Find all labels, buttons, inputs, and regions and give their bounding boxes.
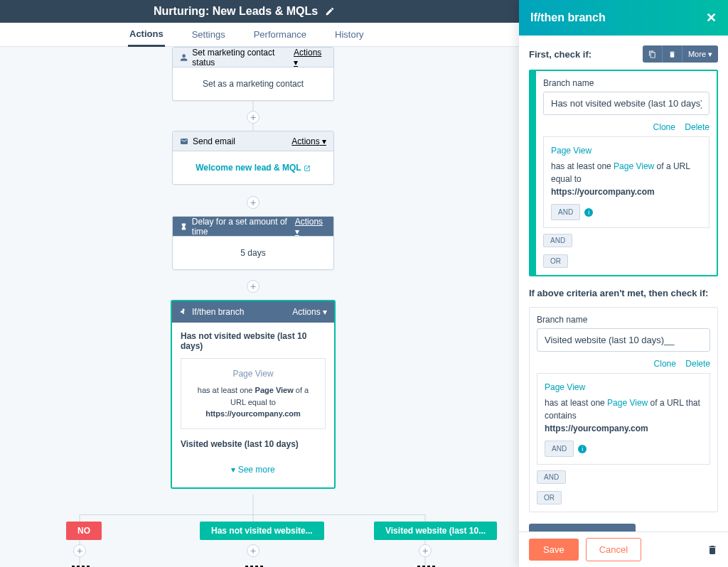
external-link-icon bbox=[304, 165, 311, 172]
tab-performance[interactable]: Performance bbox=[252, 23, 308, 45]
node-actions-menu[interactable]: Actions ▾ bbox=[294, 48, 326, 68]
info-icon[interactable]: i bbox=[584, 208, 593, 217]
node-actions-menu[interactable]: Actions ▾ bbox=[291, 136, 326, 146]
node-delay[interactable]: Delay for a set amount of time Actions ▾… bbox=[172, 216, 334, 270]
node-actions-menu[interactable]: Actions ▾ bbox=[292, 307, 327, 317]
hourglass-icon bbox=[180, 222, 188, 231]
node-if-then-branch[interactable]: If/then branch Actions ▾ Has not visited… bbox=[171, 300, 336, 489]
email-icon bbox=[180, 137, 188, 146]
tab-settings[interactable]: Settings bbox=[191, 23, 227, 45]
or-chip[interactable]: OR bbox=[537, 491, 562, 504]
and-chip[interactable]: AND bbox=[545, 441, 574, 457]
tab-history[interactable]: History bbox=[333, 23, 365, 45]
see-more-link[interactable]: ▾ See more bbox=[181, 456, 326, 479]
panel-title: If/then branch bbox=[530, 11, 606, 24]
add-step-button[interactable]: + bbox=[73, 544, 86, 557]
clone-link[interactable]: Clone bbox=[654, 359, 676, 369]
node-title: If/then branch bbox=[179, 307, 244, 317]
branch-1-box: Branch name Clone Delete Page View has a… bbox=[529, 70, 718, 276]
branch-chip-visited[interactable]: Visited website (last 10... bbox=[374, 522, 497, 540]
cancel-button[interactable]: Cancel bbox=[586, 538, 641, 561]
add-step-button[interactable]: + bbox=[419, 544, 432, 557]
edit-icon[interactable] bbox=[325, 6, 335, 16]
branch-1-links: Clone Delete bbox=[543, 122, 710, 132]
add-another-branch-button[interactable]: Add another branch bbox=[529, 524, 636, 531]
add-step-button[interactable]: + bbox=[247, 196, 259, 209]
copy-icon bbox=[648, 50, 656, 58]
node-send-email[interactable]: Send email Actions ▾ Welcome new lead & … bbox=[172, 131, 334, 185]
workflow-canvas[interactable]: Set marketing contact status Actions ▾ S… bbox=[0, 47, 519, 567]
node-body: 5 days bbox=[173, 237, 333, 269]
branch-2-name-input[interactable] bbox=[537, 328, 710, 352]
trash-icon bbox=[668, 50, 676, 58]
workflow-title: Nurturing: New Leads & MQLs bbox=[154, 5, 318, 18]
branch-name-label: Branch name bbox=[543, 78, 710, 88]
branch-icon bbox=[179, 308, 188, 316]
node-title: Delay for a set amount of time bbox=[180, 217, 295, 237]
panel-footer: Save Cancel bbox=[519, 531, 728, 567]
delete-link[interactable]: Delete bbox=[685, 359, 710, 369]
page-view-heading: Page View bbox=[545, 381, 702, 394]
and-chip[interactable]: AND bbox=[551, 204, 580, 220]
branch-2-links: Clone Delete bbox=[537, 359, 710, 369]
second-check-label: If above criteria aren't met, then check… bbox=[529, 288, 718, 298]
branch-name-label: Branch name bbox=[537, 315, 710, 325]
delete-link[interactable]: Delete bbox=[685, 122, 710, 132]
first-check-label: First, check if: bbox=[529, 49, 592, 60]
criteria-box-1[interactable]: Page View has at least one Page View of … bbox=[543, 136, 710, 228]
branch-2-title: Visited website (last 10 days) bbox=[181, 439, 326, 449]
node-body: Set as a marketing contact bbox=[173, 68, 333, 100]
connector bbox=[253, 495, 254, 523]
clone-link[interactable]: Clone bbox=[653, 122, 675, 132]
add-step-button[interactable]: + bbox=[247, 111, 259, 124]
branch-1-title: Has not visited website (last 10 days) bbox=[181, 331, 326, 351]
close-icon[interactable]: ✕ bbox=[706, 10, 717, 26]
and-chip[interactable]: AND bbox=[537, 470, 566, 484]
branch-chip-not-visited[interactable]: Has not visited website... bbox=[200, 522, 324, 540]
node-title: Send email bbox=[180, 136, 235, 146]
if-then-panel: If/then branch ✕ First, check if: More ▾… bbox=[519, 0, 728, 567]
node-set-marketing-status[interactable]: Set marketing contact status Actions ▾ S… bbox=[172, 47, 334, 101]
tab-actions[interactable]: Actions bbox=[128, 23, 165, 47]
panel-body[interactable]: First, check if: More ▾ Branch name Clon… bbox=[519, 36, 728, 531]
info-icon[interactable]: i bbox=[578, 445, 587, 453]
delete-button[interactable] bbox=[663, 45, 682, 63]
criteria-box: Page View has at least one Page View of … bbox=[181, 358, 326, 429]
copy-button[interactable] bbox=[643, 45, 663, 63]
node-actions-menu[interactable]: Actions ▾ bbox=[295, 217, 326, 237]
criteria-box-2[interactable]: Page View has at least one Page View of … bbox=[537, 373, 710, 465]
page-view-heading: Page View bbox=[551, 144, 702, 157]
panel-toolbar: More ▾ bbox=[643, 45, 718, 63]
more-button[interactable]: More ▾ bbox=[682, 45, 718, 63]
branch-1-name-input[interactable] bbox=[543, 92, 710, 115]
add-step-button[interactable]: + bbox=[247, 544, 259, 557]
panel-header: If/then branch ✕ bbox=[519, 0, 728, 36]
branch-2-box: Branch name Clone Delete Page View has a… bbox=[529, 307, 718, 512]
connector-h bbox=[80, 514, 425, 515]
and-chip[interactable]: AND bbox=[543, 234, 572, 247]
add-step-button[interactable]: + bbox=[247, 280, 259, 293]
footer-trash-icon[interactable] bbox=[707, 544, 718, 556]
node-title: Set marketing contact status bbox=[180, 48, 294, 68]
branch-chip-no[interactable]: NO bbox=[66, 522, 102, 540]
contact-icon bbox=[180, 53, 188, 62]
email-link[interactable]: Welcome new lead & MQL bbox=[196, 163, 311, 173]
save-button[interactable]: Save bbox=[529, 539, 579, 561]
or-chip[interactable]: OR bbox=[543, 254, 568, 268]
